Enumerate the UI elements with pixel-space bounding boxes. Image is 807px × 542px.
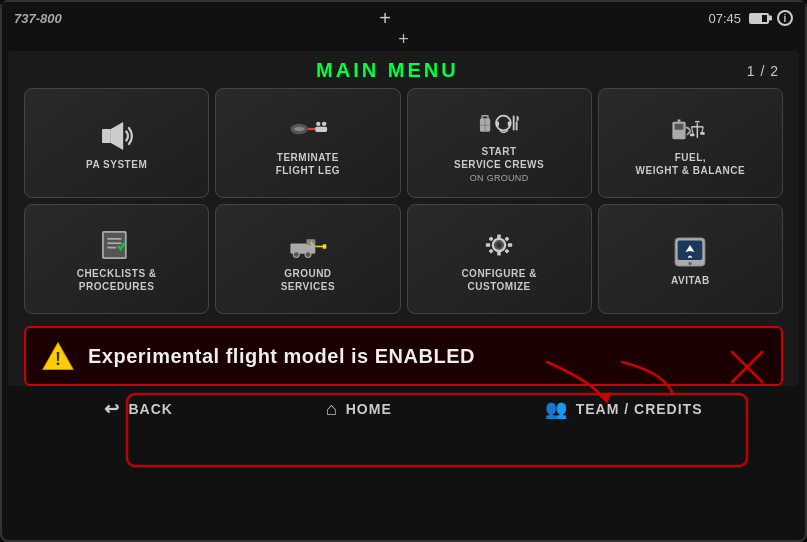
- svg-text:!: !: [55, 349, 61, 369]
- bottom-bar: ↩ BACK ⌂ HOME 👥 TEAM / CREDITS: [8, 390, 799, 428]
- svg-rect-38: [323, 244, 327, 248]
- checklist-icon: [95, 227, 139, 263]
- terminate-label: TERMINATEFLIGHT LEG: [276, 151, 340, 177]
- home-icon: ⌂: [326, 399, 338, 420]
- service-crews-sublabel: ON GROUND: [470, 173, 529, 183]
- checklists-label: CHECKLISTS &PROCEDURES: [77, 267, 157, 293]
- svg-point-5: [322, 122, 326, 126]
- svg-rect-7: [315, 127, 327, 132]
- svg-point-51: [689, 261, 693, 265]
- avitab-icon: [668, 234, 712, 270]
- svg-rect-13: [496, 122, 499, 126]
- ground-services-label: GROUNDSERVICES: [281, 267, 335, 293]
- menu-item-avitab[interactable]: AVITAB: [598, 204, 783, 314]
- warning-banner: ! Experimental flight model is ENABLED: [24, 326, 783, 386]
- menu-item-terminate-flight-leg[interactable]: TERMINATEFLIGHT LEG: [215, 88, 400, 198]
- svg-rect-46: [505, 236, 510, 241]
- top-right-controls: 07:45 i: [708, 10, 793, 26]
- device-model: 737-800: [14, 11, 62, 26]
- back-icon: ↩: [104, 398, 120, 420]
- terminate-icon: [286, 111, 330, 147]
- back-label: BACK: [128, 401, 172, 417]
- team-credits-button[interactable]: 👥 TEAM / CREDITS: [545, 398, 703, 420]
- device-frame: 737-800 + 07:45 i + MAIN MENU 1 / 2: [0, 0, 807, 542]
- fuel-label: FUEL,WEIGHT & BALANCE: [636, 151, 746, 177]
- svg-rect-42: [497, 251, 501, 255]
- page-indicator: 1 / 2: [747, 63, 779, 79]
- menu-item-configure-customize[interactable]: CONFIGURE &CUSTOMIZE: [407, 204, 592, 314]
- svg-point-36: [305, 252, 311, 258]
- menu-grid: PA SYSTEM TERMINATEFLIGHT LEG: [18, 88, 789, 322]
- menu-item-fuel-weight-balance[interactable]: FUEL,WEIGHT & BALANCE: [598, 88, 783, 198]
- menu-item-pa-system[interactable]: PA SYSTEM: [24, 88, 209, 198]
- speaker-icon: [95, 118, 139, 154]
- gear-icon: [477, 227, 521, 263]
- clock: 07:45: [708, 11, 741, 26]
- back-button[interactable]: ↩ BACK: [104, 398, 172, 420]
- configure-label: CONFIGURE &CUSTOMIZE: [461, 267, 537, 293]
- svg-rect-14: [508, 122, 511, 126]
- team-icon: 👥: [545, 398, 568, 420]
- svg-point-40: [496, 242, 501, 247]
- menu-item-checklists-procedures[interactable]: CHECKLISTS &PROCEDURES: [24, 204, 209, 314]
- service-crews-icon: [477, 105, 521, 141]
- battery-icon: [749, 13, 769, 24]
- svg-point-35: [293, 252, 299, 258]
- crosshair-top: +: [398, 29, 409, 49]
- svg-rect-18: [675, 124, 684, 130]
- svg-point-6: [316, 122, 320, 126]
- home-label: HOME: [346, 401, 392, 417]
- crosshair-cursor: +: [375, 8, 395, 28]
- menu-title: MAIN MENU: [28, 59, 747, 82]
- svg-line-22: [692, 127, 693, 134]
- service-crews-label: STARTSERVICE CREWS: [454, 145, 544, 171]
- svg-rect-24: [690, 133, 694, 136]
- ground-services-icon: [286, 227, 330, 263]
- menu-item-start-service-crews[interactable]: STARTSERVICE CREWS ON GROUND: [407, 88, 592, 198]
- svg-rect-19: [678, 119, 681, 123]
- svg-rect-47: [489, 249, 494, 254]
- svg-rect-48: [505, 249, 510, 254]
- main-content: MAIN MENU 1 / 2 PA SYSTEM: [8, 51, 799, 386]
- pa-system-label: PA SYSTEM: [86, 158, 147, 171]
- svg-rect-45: [489, 236, 494, 241]
- svg-rect-28: [103, 233, 124, 258]
- team-label: TEAM / CREDITS: [576, 401, 703, 417]
- menu-item-ground-services[interactable]: GROUNDSERVICES: [215, 204, 400, 314]
- svg-rect-25: [701, 132, 705, 135]
- fuel-icon: [668, 111, 712, 147]
- warning-text: Experimental flight model is ENABLED: [88, 345, 475, 368]
- svg-marker-1: [110, 121, 122, 149]
- svg-rect-41: [497, 234, 501, 238]
- warning-triangle-icon: !: [40, 338, 76, 374]
- avitab-label: AVITAB: [671, 274, 710, 287]
- menu-header: MAIN MENU 1 / 2: [18, 51, 789, 88]
- svg-rect-0: [102, 128, 111, 142]
- info-button[interactable]: i: [777, 10, 793, 26]
- svg-rect-44: [508, 243, 512, 247]
- home-button[interactable]: ⌂ HOME: [326, 399, 392, 420]
- svg-rect-43: [486, 243, 490, 247]
